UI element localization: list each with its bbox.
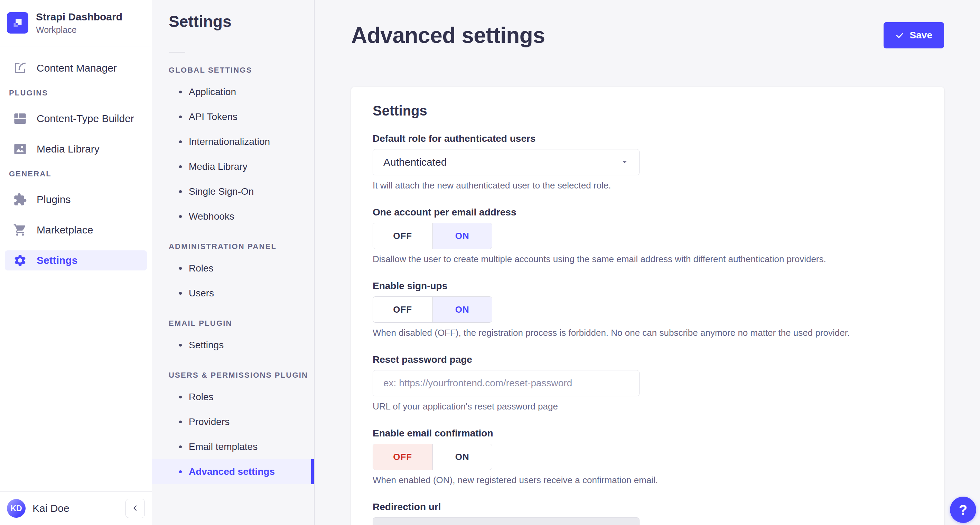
reset-password-input[interactable] <box>373 370 640 396</box>
subnav-section-title: EMAIL PLUGIN <box>169 319 314 328</box>
subnav-item-label: Internationalization <box>189 136 270 147</box>
subnav-item-label: Single Sign-On <box>189 186 254 197</box>
sidebar-item-marketplace[interactable]: Marketplace <box>5 220 147 240</box>
bullet-dot-icon <box>179 190 182 193</box>
puzzle-icon <box>13 193 27 206</box>
user-menu[interactable]: KD Kai Doe <box>7 499 70 518</box>
app-root: Strapi Dashboard Workplace Content Manag… <box>0 0 980 525</box>
sidebar-item-media-library[interactable]: Media Library <box>5 139 147 159</box>
workspace-brand[interactable]: Strapi Dashboard Workplace <box>0 0 152 46</box>
page-title: Advanced settings <box>351 22 545 48</box>
field-hint: Disallow the user to create multiple acc… <box>373 254 923 265</box>
check-icon <box>895 31 904 40</box>
subnav-item-webhooks[interactable]: Webhooks <box>152 204 314 229</box>
field-label: Enable email confirmation <box>373 428 923 439</box>
default-role-select[interactable]: Authenticated <box>373 149 640 176</box>
redirection-url-input <box>373 517 640 525</box>
field-hint: When enabled (ON), new registered users … <box>373 475 923 485</box>
avatar-initials: KD <box>10 504 22 513</box>
subnav-item-label: Advanced settings <box>189 466 275 477</box>
subnav-item-email-settings[interactable]: Settings <box>152 333 314 357</box>
subnav-section-email-plugin: EMAIL PLUGIN Settings <box>152 319 314 357</box>
bullet-dot-icon <box>179 140 182 143</box>
sidebar-section-plugins: PLUGINS Content-Type Builder <box>0 89 152 159</box>
sidebar-item-label: Marketplace <box>37 224 93 236</box>
toggle-off-option[interactable]: OFF <box>373 297 433 322</box>
subnav-item-label: Roles <box>189 391 214 402</box>
toggle-off-label: OFF <box>393 452 412 463</box>
field-label: Redirection url <box>373 501 923 512</box>
subnav-item-label: Users <box>189 288 214 299</box>
toggle-off-option[interactable]: OFF <box>373 223 433 249</box>
settings-subnav: Settings GLOBAL SETTINGS Application API… <box>152 0 315 525</box>
sidebar-item-label: Plugins <box>37 194 70 206</box>
field-label: Enable sign-ups <box>373 281 923 292</box>
subnav-item-label: API Tokens <box>189 112 237 123</box>
subnav-item-label: Settings <box>189 340 224 351</box>
bullet-dot-icon <box>179 165 182 168</box>
field-hint: It will attach the new authenticated use… <box>373 180 923 191</box>
save-button-label: Save <box>910 30 932 41</box>
subnav-section-administration-panel: ADMINISTRATION PANEL Roles Users <box>152 242 314 306</box>
save-button[interactable]: Save <box>883 22 944 48</box>
field-one-account: One account per email address OFF ON Dis… <box>373 207 923 265</box>
sidebar-item-settings[interactable]: Settings <box>5 251 147 270</box>
help-button[interactable]: ? <box>950 497 976 523</box>
sidebar: Strapi Dashboard Workplace Content Manag… <box>0 0 152 525</box>
sidebar-section-general: GENERAL Plugins Marketplace <box>0 169 152 270</box>
sidebar-item-content-type-builder[interactable]: Content-Type Builder <box>5 109 147 129</box>
subnav-item-internationalization[interactable]: Internationalization <box>152 129 314 154</box>
field-enable-sign-ups: Enable sign-ups OFF ON When disabled (OF… <box>373 281 923 338</box>
sidebar-section-title: GENERAL <box>9 169 152 179</box>
subnav-item-up-roles[interactable]: Roles <box>152 385 314 410</box>
subnav-item-api-tokens[interactable]: API Tokens <box>152 104 314 129</box>
brand-text: Strapi Dashboard Workplace <box>36 11 123 35</box>
toggle-on-label: ON <box>455 304 469 315</box>
subnav-item-label: Media Library <box>189 161 248 172</box>
toggle-on-option[interactable]: ON <box>433 223 492 249</box>
field-reset-password: Reset password page URL of your applicat… <box>373 354 923 412</box>
image-icon <box>13 142 27 156</box>
subnav-item-single-sign-on[interactable]: Single Sign-On <box>152 179 314 204</box>
subnav-item-application[interactable]: Application <box>152 80 314 104</box>
subnav-item-admin-users[interactable]: Users <box>152 281 314 306</box>
subnav-item-providers[interactable]: Providers <box>152 410 314 434</box>
subnav-item-media-library[interactable]: Media Library <box>152 154 314 179</box>
sidebar-item-label: Content Manager <box>37 62 117 74</box>
subnav-section-title: ADMINISTRATION PANEL <box>169 242 314 251</box>
sidebar-item-label: Settings <box>37 255 78 266</box>
bullet-dot-icon <box>179 267 182 270</box>
subnav-section-title: GLOBAL SETTINGS <box>169 66 314 75</box>
select-value: Authenticated <box>383 156 447 168</box>
subnav-item-advanced-settings[interactable]: Advanced settings <box>152 459 314 484</box>
toggle-on-option[interactable]: ON <box>433 444 492 470</box>
subnav-divider <box>169 52 185 53</box>
field-label: One account per email address <box>373 207 923 218</box>
one-account-toggle: OFF ON <box>373 223 492 249</box>
subnav-item-label: Email templates <box>189 441 258 452</box>
sidebar-section-title: PLUGINS <box>9 89 152 97</box>
layout-icon <box>13 112 27 126</box>
collapse-sidebar-button[interactable] <box>126 499 145 518</box>
subnav-item-email-templates[interactable]: Email templates <box>152 434 314 459</box>
subnav-item-label: Webhooks <box>189 211 234 222</box>
field-hint: URL of your application's reset password… <box>373 401 923 412</box>
subnav-title: Settings <box>169 13 314 30</box>
toggle-off-option[interactable]: OFF <box>373 444 433 470</box>
sidebar-item-plugins[interactable]: Plugins <box>5 190 147 210</box>
field-label: Reset password page <box>373 354 923 365</box>
settings-card: Settings Default role for authenticated … <box>351 87 944 525</box>
gear-icon <box>13 254 27 267</box>
field-default-role: Default role for authenticated users Aut… <box>373 133 923 191</box>
brand-title: Strapi Dashboard <box>36 11 123 23</box>
field-redirection-url: Redirection url <box>373 501 923 525</box>
sidebar-footer: KD Kai Doe <box>0 491 152 525</box>
sidebar-item-content-manager[interactable]: Content Manager <box>5 58 147 78</box>
user-name: Kai Doe <box>32 503 70 514</box>
subnav-item-admin-roles[interactable]: Roles <box>152 256 314 281</box>
subnav-section-global-settings: GLOBAL SETTINGS Application API Tokens I… <box>152 66 314 229</box>
toggle-on-option[interactable]: ON <box>433 297 492 322</box>
chevron-down-icon <box>620 158 629 166</box>
subnav-item-label: Application <box>189 86 236 97</box>
toggle-off-label: OFF <box>393 231 412 241</box>
